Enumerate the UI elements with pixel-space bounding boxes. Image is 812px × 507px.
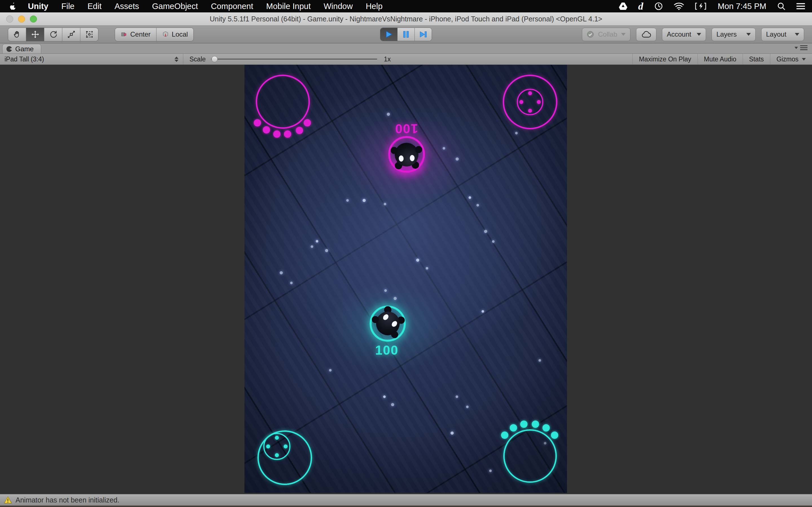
layout-caret-icon: [795, 33, 799, 36]
pivot-mode-button[interactable]: Center: [115, 28, 156, 41]
player-top-fire-button[interactable]: [256, 75, 310, 129]
menu-item-unity[interactable]: Unity: [21, 0, 55, 12]
collab-caret-icon: [621, 33, 626, 36]
play-icon: [385, 31, 393, 38]
status-message: Animator has not been initialized.: [15, 496, 119, 504]
status-bar[interactable]: Animator has not been initialized.: [0, 494, 812, 506]
game-viewport[interactable]: 100 100: [245, 65, 567, 493]
rect-tool-button[interactable]: [80, 28, 98, 41]
ammo-dot: [520, 420, 527, 428]
pivot-rotation-label: Local: [172, 31, 188, 38]
ammo-dot: [532, 420, 539, 428]
dpad-dot: [266, 445, 270, 448]
menu-item-window[interactable]: Window: [317, 0, 359, 12]
mute-audio-toggle[interactable]: Mute Audio: [698, 54, 743, 64]
panel-context-menu[interactable]: [795, 45, 808, 50]
panel-caret-icon: [795, 47, 798, 49]
menu-item-edit[interactable]: Edit: [81, 0, 108, 12]
ammo-dot: [273, 130, 281, 138]
menu-item-mobile-input[interactable]: Mobile Input: [260, 0, 317, 12]
pivot-rotation-button[interactable]: Local: [156, 28, 193, 41]
layers-label: Layers: [716, 31, 737, 38]
dpad-dot: [275, 436, 279, 440]
pause-icon: [402, 31, 410, 38]
layers-caret-icon: [746, 33, 751, 36]
time-machine-icon[interactable]: [654, 2, 663, 11]
scale-value: 1x: [384, 55, 391, 63]
account-dropdown[interactable]: Account: [662, 28, 706, 41]
notification-center-icon[interactable]: [796, 3, 805, 10]
account-caret-icon: [697, 33, 701, 36]
scale-slider-track: [211, 59, 377, 60]
move-icon: [31, 30, 40, 39]
stats-toggle[interactable]: Stats: [743, 54, 770, 64]
minimize-window-button[interactable]: [18, 15, 25, 22]
ammo-dot: [510, 424, 517, 432]
ammo-dot: [296, 127, 303, 134]
player-bottom-health: 100: [370, 342, 404, 358]
zoom-window-button[interactable]: [30, 15, 37, 22]
spotlight-search-icon[interactable]: [777, 2, 785, 10]
playmode-controls: [380, 27, 432, 41]
scale-slider[interactable]: [211, 56, 377, 62]
menu-item-gameobject[interactable]: GameObject: [146, 0, 204, 12]
game-view-area: 100 100: [0, 65, 812, 494]
cloud-services-button[interactable]: [636, 28, 656, 41]
menu-items: UnityFileEditAssetsGameObjectComponentMo…: [21, 0, 389, 12]
menu-clock[interactable]: Mon 7:45 PM: [718, 2, 766, 11]
layers-dropdown[interactable]: Layers: [712, 28, 756, 41]
game-panel-tab-bar: Game: [0, 43, 812, 54]
drive-status-icon[interactable]: [619, 2, 627, 10]
collab-dropdown[interactable]: Collab: [582, 28, 630, 41]
aspect-ratio-dropdown[interactable]: iPad Tall (3:4): [0, 54, 183, 64]
ammo-dot: [284, 130, 291, 138]
ammo-dot: [551, 432, 558, 439]
player-top-creature: [388, 135, 425, 173]
scale-tool-button[interactable]: [62, 28, 80, 41]
player-bottom-fire-button[interactable]: [503, 429, 557, 483]
gizmos-caret-icon: [802, 58, 806, 61]
maximize-on-play-toggle[interactable]: Maximize On Play: [632, 54, 697, 64]
layout-dropdown[interactable]: Layout: [761, 28, 804, 41]
gizmos-label: Gizmos: [776, 55, 799, 63]
window-title: Unity 5.5.1f1 Personal (64bit) - Game.un…: [210, 15, 602, 23]
player-top-joystick[interactable]: [503, 75, 557, 129]
window-title-bar: Unity 5.5.1f1 Personal (64bit) - Game.un…: [0, 12, 812, 25]
wifi-icon[interactable]: [674, 2, 684, 10]
pan-tool-button[interactable]: [8, 28, 26, 41]
rect-transform-icon: [85, 30, 94, 39]
layout-label: Layout: [766, 31, 786, 38]
play-button[interactable]: [380, 28, 398, 41]
pivot-local-icon: [162, 31, 169, 38]
rotate-tool-button[interactable]: [44, 28, 62, 41]
stats-label: Stats: [749, 55, 764, 63]
tab-game[interactable]: Game: [2, 44, 41, 54]
scale-icon: [67, 30, 75, 39]
hand-icon: [13, 30, 21, 39]
pause-button[interactable]: [398, 28, 415, 41]
player-top-health: 100: [389, 121, 423, 136]
player-bottom-joystick[interactable]: [257, 431, 312, 485]
step-icon: [419, 31, 427, 38]
apple-menu-icon[interactable]: [7, 2, 21, 10]
d-status-icon[interactable]: d: [638, 2, 644, 10]
window-bottom-edge: [0, 506, 812, 507]
scale-slider-knob[interactable]: [211, 56, 218, 62]
ammo-dot: [501, 432, 508, 439]
move-tool-button[interactable]: [26, 28, 44, 41]
tab-game-label: Game: [15, 45, 34, 53]
dpad-dot: [284, 445, 288, 448]
player-bottom-fire-button-ring: [503, 429, 557, 483]
dpad-dot: [519, 100, 523, 104]
menu-item-help[interactable]: Help: [359, 0, 389, 12]
step-button[interactable]: [415, 28, 432, 41]
game-view-controls: iPad Tall (3:4) Scale 1x Maximize On Pla…: [0, 54, 812, 65]
pivot-mode-label: Center: [130, 31, 151, 38]
close-window-button[interactable]: [6, 15, 13, 22]
mute-audio-label: Mute Audio: [704, 55, 737, 63]
battery-charging-icon[interactable]: [695, 3, 707, 10]
menu-item-assets[interactable]: Assets: [108, 0, 146, 12]
menu-item-file[interactable]: File: [55, 0, 81, 12]
gizmos-dropdown[interactable]: Gizmos: [770, 54, 812, 64]
menu-item-component[interactable]: Component: [204, 0, 260, 12]
